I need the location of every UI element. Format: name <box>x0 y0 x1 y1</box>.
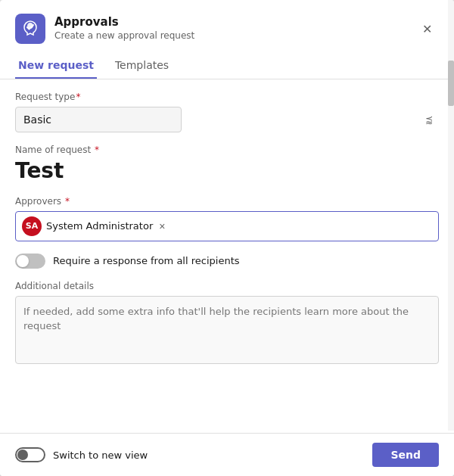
name-of-request-label: Name of request * <box>15 145 439 155</box>
request-name-value[interactable]: Test <box>15 158 439 184</box>
toggle-knob <box>17 255 29 267</box>
approver-name: System Administrator <box>46 220 153 232</box>
additional-details-textarea[interactable] <box>15 296 439 364</box>
approvers-input-box[interactable]: SA System Administrator × <box>15 211 439 241</box>
approver-avatar: SA <box>22 216 42 236</box>
switch-view-toggle-knob <box>17 450 28 460</box>
send-button[interactable]: Send <box>372 443 439 467</box>
chevron-down-icon: ⪷ <box>425 114 433 125</box>
tab-new-request[interactable]: New request <box>15 53 97 79</box>
required-marker-3: * <box>62 196 70 207</box>
request-type-select-wrapper: Basic Custom ⪷ <box>15 107 439 132</box>
approvers-group: Approvers * SA System Administrator × <box>15 196 439 241</box>
header-text: Approvals Create a new approval request <box>54 15 415 42</box>
additional-details-label: Additional details <box>15 281 439 291</box>
tab-templates[interactable]: Templates <box>112 53 172 79</box>
app-icon <box>15 14 45 44</box>
switch-view-row: Switch to new view <box>15 447 148 462</box>
dialog-header: Approvals Create a new approval request … <box>0 0 454 53</box>
approver-remove-button[interactable]: × <box>157 221 166 232</box>
tabs-container: New request Templates <box>0 53 454 79</box>
require-response-label: Require a response from all recipients <box>53 255 240 266</box>
require-response-toggle[interactable] <box>15 254 45 269</box>
require-response-row: Require a response from all recipients <box>15 254 439 269</box>
required-marker-2: * <box>92 145 99 155</box>
dialog-footer: Switch to new view Send <box>0 433 454 476</box>
request-type-label: Request type* <box>15 92 439 102</box>
approvals-dialog: Approvals Create a new approval request … <box>0 0 454 476</box>
dialog-title: Approvals <box>54 15 415 30</box>
close-button[interactable]: ✕ <box>415 17 439 41</box>
approvers-label: Approvers * <box>15 196 439 207</box>
switch-view-toggle[interactable] <box>15 447 45 462</box>
scrollbar-thumb[interactable] <box>448 61 454 106</box>
remove-icon: × <box>159 221 165 232</box>
dialog-subtitle: Create a new approval request <box>54 30 415 42</box>
name-of-request-group: Name of request * Test <box>15 145 439 184</box>
approver-tag: SA System Administrator × <box>22 216 166 236</box>
form-content: Request type* Basic Custom ⪷ Name of req… <box>0 79 454 433</box>
scrollbar-track <box>448 0 454 431</box>
additional-details-group: Additional details <box>15 281 439 367</box>
required-marker: * <box>76 92 80 102</box>
switch-view-label: Switch to new view <box>53 450 148 461</box>
request-type-group: Request type* Basic Custom ⪷ <box>15 92 439 132</box>
close-icon: ✕ <box>422 22 432 36</box>
request-type-select[interactable]: Basic Custom <box>15 107 182 132</box>
